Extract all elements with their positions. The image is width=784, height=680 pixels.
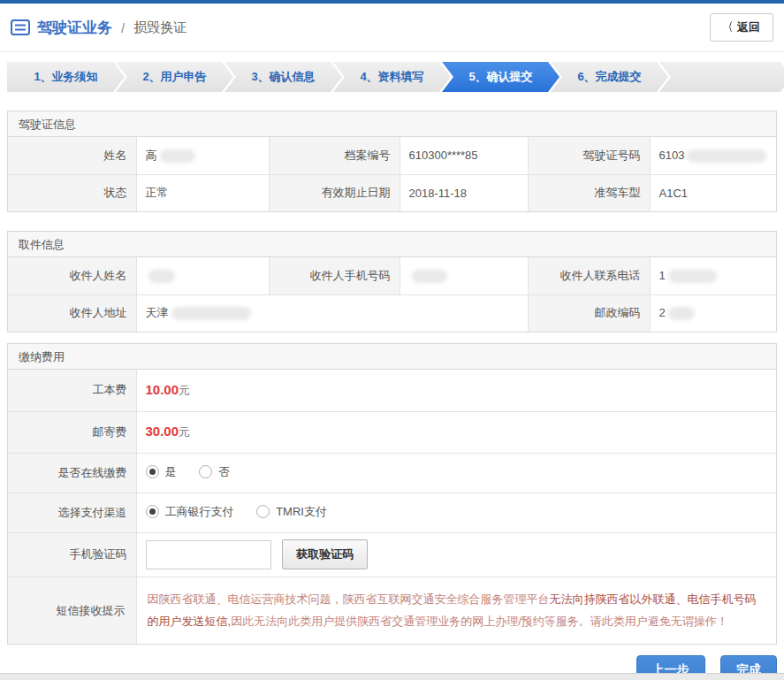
pickup-info-table: 收件人姓名 收件人手机号码 收件人联系电话 1 收件人地址 天津 邮政编码 2 [8, 257, 776, 332]
license-info-table: 姓名 高 档案编号 610300****85 驾驶证号码 6103 状态 正常 … [8, 137, 776, 211]
field-label-expiry-date: 有效期止日期 [269, 174, 400, 211]
field-label-file-number: 档案编号 [269, 137, 400, 174]
card-fee-unit: 元 [179, 384, 190, 397]
fees-title: 缴纳费用 [8, 344, 776, 370]
field-label-pay-channel: 选择支付渠道 [8, 493, 136, 532]
field-value-status: 正常 [136, 174, 269, 211]
field-value-vehicle-class: A1C1 [650, 174, 776, 211]
field-label-sms-code: 手机验证码 [8, 532, 136, 577]
license-service-icon [11, 19, 30, 35]
field-label-license-number: 驾驶证号码 [528, 137, 650, 174]
breadcrumb: 驾驶证业务 / 损毁换证 [11, 18, 186, 38]
sms-code-input[interactable] [146, 540, 271, 569]
field-label-recipient-address: 收件人地址 [8, 294, 136, 332]
header: 驾驶证业务 / 损毁换证 〈 返回 [0, 4, 784, 52]
field-label-card-fee: 工本费 [8, 370, 136, 411]
field-label-recipient-mobile: 收件人手机号码 [269, 257, 400, 294]
table-row: 手机验证码 获取验证码 [8, 532, 776, 577]
license-info-title: 驾驶证信息 [8, 111, 776, 137]
notice-part-3: 因此无法向此类用户提供陕西省交通管理业务的网上办理/预约等服务。请此类用户避免无… [231, 615, 728, 628]
field-value-recipient-phone: 1 [650, 257, 776, 294]
back-chevron-icon: 〈 [724, 19, 733, 36]
channel-option-icbc[interactable]: 工商银行支付 [146, 504, 234, 520]
field-label-postal-code: 邮政编码 [528, 294, 650, 332]
radio-checked-icon[interactable] [146, 465, 159, 478]
sms-code-cell: 获取验证码 [136, 532, 776, 577]
field-value-recipient-address: 天津 [136, 294, 528, 332]
field-value-license-number: 6103 [650, 137, 776, 174]
field-value-recipient-mobile [400, 257, 528, 294]
field-value-expiry-date: 2018-11-18 [400, 174, 528, 211]
field-label-recipient-phone: 收件人联系电话 [528, 257, 650, 294]
license-info-panel: 驾驶证信息 姓名 高 档案编号 610300****85 驾驶证号码 6103 … [7, 111, 777, 212]
field-label-name: 姓名 [8, 137, 136, 174]
get-sms-code-button[interactable]: 获取验证码 [282, 539, 368, 569]
pickup-info-panel: 取件信息 收件人姓名 收件人手机号码 收件人联系电话 1 收件人地址 天津 邮政… [7, 231, 777, 332]
redacted-value [171, 307, 251, 320]
field-label-sms-notice: 短信接收提示 [8, 577, 136, 644]
table-row: 姓名 高 档案编号 610300****85 驾驶证号码 6103 [8, 137, 776, 174]
table-row: 收件人姓名 收件人手机号码 收件人联系电话 1 [8, 257, 776, 294]
field-label-online-pay: 是否在线缴费 [8, 453, 136, 493]
radio-label: 否 [218, 464, 230, 480]
field-value-postal-code: 2 [650, 294, 776, 332]
radio-checked-icon[interactable] [146, 505, 159, 518]
step-6-finish-submit[interactable]: 6、完成提交 [551, 62, 668, 92]
field-label-recipient-name: 收件人姓名 [8, 257, 136, 294]
step-filler [659, 62, 784, 92]
channel-option-tmri[interactable]: TMRI支付 [256, 504, 327, 520]
page-title: 驾驶证业务 [37, 18, 112, 38]
page-subtitle: 损毁换证 [133, 19, 186, 36]
table-row: 状态 正常 有效期止日期 2018-11-18 准驾车型 A1C1 [8, 174, 776, 211]
radio-label: 是 [165, 464, 177, 480]
table-row: 邮寄费 30.00元 [8, 411, 776, 453]
field-value-recipient-name [136, 257, 269, 294]
online-pay-options: 是 否 [136, 453, 776, 493]
step-wizard: 1、业务须知 2、用户申告 3、确认信息 4、资料填写 5、确认提交 6、完成提… [7, 62, 777, 92]
back-button[interactable]: 〈 返回 [710, 13, 773, 42]
step-4-fill-material[interactable]: 4、资料填写 [333, 62, 451, 92]
mail-fee-unit: 元 [179, 425, 190, 439]
radio-label: TMRI支付 [276, 504, 327, 520]
field-value-mail-fee: 30.00元 [136, 411, 776, 453]
field-label-vehicle-class: 准驾车型 [528, 174, 650, 211]
redacted-value [160, 149, 195, 163]
online-pay-option-yes[interactable]: 是 [146, 464, 177, 480]
radio-unchecked-icon[interactable] [256, 505, 270, 518]
notice-part-1: 因陕西省联通、电信运营商技术问题，陕西省互联网交通安全综合服务管理平台 [148, 592, 550, 606]
table-row: 选择支付渠道 工商银行支付 TMRI支付 [8, 493, 776, 532]
breadcrumb-separator: / [121, 20, 125, 35]
back-button-label: 返回 [737, 19, 760, 35]
table-row: 工本费 10.00元 [8, 370, 776, 411]
pickup-info-title: 取件信息 [8, 232, 776, 257]
table-row: 是否在线缴费 是 否 [8, 453, 776, 493]
redacted-value [668, 307, 695, 320]
field-value-file-number: 610300****85 [400, 137, 528, 174]
field-label-status: 状态 [8, 174, 136, 211]
field-value-card-fee: 10.00元 [136, 370, 776, 411]
page: 驾驶证业务 / 损毁换证 〈 返回 1、业务须知 2、用户申告 3、确认信息 4… [0, 0, 784, 680]
online-pay-option-no[interactable]: 否 [199, 464, 230, 480]
redacted-value [148, 270, 175, 283]
field-value-name: 高 [136, 137, 269, 174]
radio-label: 工商银行支付 [165, 504, 234, 520]
fees-table: 工本费 10.00元 邮寄费 30.00元 是否在线缴费 是 [8, 370, 776, 644]
pay-channel-options: 工商银行支付 TMRI支付 [136, 493, 776, 532]
step-2-user-declaration[interactable]: 2、用户申告 [116, 62, 233, 92]
field-label-mail-fee: 邮寄费 [8, 411, 136, 453]
table-row: 短信接收提示 因陕西省联通、电信运营商技术问题，陕西省互联网交通安全综合服务管理… [8, 577, 776, 644]
redacted-value [668, 270, 717, 283]
redacted-value [412, 270, 447, 283]
step-5-confirm-submit[interactable]: 5、确认提交 [442, 62, 559, 92]
radio-unchecked-icon[interactable] [199, 465, 212, 478]
mail-fee-amount: 30.00 [146, 424, 179, 439]
fees-panel: 缴纳费用 工本费 10.00元 邮寄费 30.00元 是否在线缴费 [7, 343, 777, 645]
sms-notice-text: 因陕西省联通、电信运营商技术问题，陕西省互联网交通安全综合服务管理平台无法向持陕… [136, 577, 776, 644]
redacted-value [687, 149, 766, 163]
page-bottom-strip [0, 673, 784, 680]
step-1-business-notice[interactable]: 1、业务须知 [7, 62, 125, 92]
table-row: 收件人地址 天津 邮政编码 2 [8, 294, 776, 332]
card-fee-amount: 10.00 [146, 382, 179, 397]
step-3-confirm-info[interactable]: 3、确认信息 [225, 62, 342, 92]
